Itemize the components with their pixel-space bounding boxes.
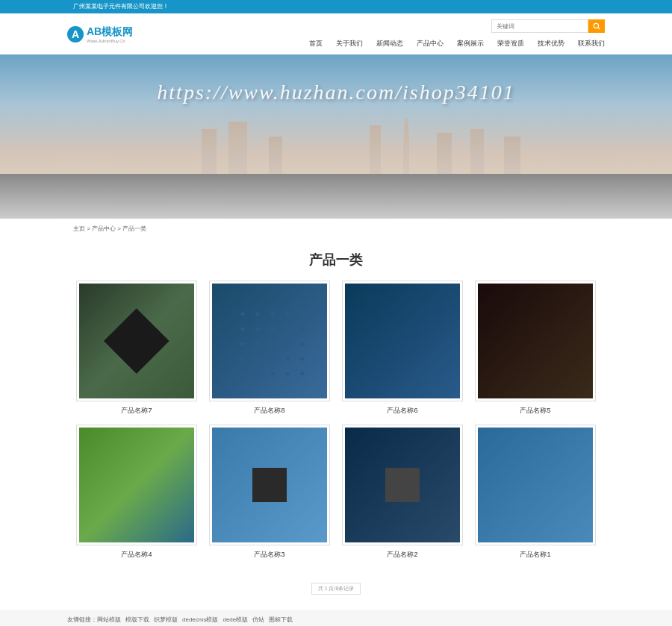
friend-link[interactable]: 织梦模版 xyxy=(154,616,178,623)
main-nav: 首页 关于我们 新闻动态 产品中心 案例展示 荣誉资质 技术优势 联系我们 xyxy=(309,39,605,48)
product-item[interactable]: 产品名称1 xyxy=(475,425,596,560)
product-name: 产品名称8 xyxy=(209,406,330,416)
logo-main-text: AB模板网 xyxy=(87,25,133,39)
friendlinks-label: 友情链接： xyxy=(67,616,97,623)
nav-products[interactable]: 产品中心 xyxy=(417,39,444,48)
friend-link[interactable]: 图标下载 xyxy=(269,616,293,623)
product-image xyxy=(342,425,463,545)
search-input[interactable] xyxy=(491,19,588,33)
product-name: 产品名称7 xyxy=(76,406,197,416)
product-image xyxy=(209,281,330,401)
page-title: 产品一类 xyxy=(67,239,605,281)
friend-link[interactable]: dedecms模版 xyxy=(182,616,218,623)
friend-link[interactable]: 网站模版 xyxy=(97,616,121,623)
svg-line-1 xyxy=(598,28,600,30)
topbar: 广州某某电子元件有限公司欢迎您！ xyxy=(0,0,672,13)
product-name: 产品名称5 xyxy=(475,406,596,416)
product-item[interactable]: 产品名称2 xyxy=(342,425,463,560)
product-item[interactable]: 产品名称7 xyxy=(76,281,197,416)
product-name: 产品名称3 xyxy=(209,550,330,560)
product-name: 产品名称2 xyxy=(342,550,463,560)
product-item[interactable]: 产品名称6 xyxy=(342,281,463,416)
product-item[interactable]: 产品名称3 xyxy=(209,425,330,560)
logo[interactable]: A AB模板网 Www.AdminBuy.Cn xyxy=(67,25,133,43)
nav-contact[interactable]: 联系我们 xyxy=(578,39,605,48)
nav-tech[interactable]: 技术优势 xyxy=(538,39,564,48)
product-grid: 产品名称7产品名称8产品名称6产品名称5产品名称4产品名称3产品名称2产品名称1 xyxy=(67,281,605,575)
product-image xyxy=(475,425,596,545)
logo-icon: A xyxy=(67,26,84,43)
product-image xyxy=(76,281,197,401)
search-icon xyxy=(593,22,600,30)
product-item[interactable]: 产品名称5 xyxy=(475,281,596,416)
product-name: 产品名称1 xyxy=(475,550,596,560)
friend-links: 友情链接：网站模版模版下载织梦模版dedecms模版dede模版仿站图标下载 xyxy=(0,610,672,626)
pagination-info: 共 1 页/8条记录 xyxy=(311,583,361,595)
nav-honor[interactable]: 荣誉资质 xyxy=(497,39,524,48)
pagination: 共 1 页/8条记录 xyxy=(67,575,605,610)
breadcrumb-home[interactable]: 主页 xyxy=(73,225,85,232)
search-form xyxy=(491,19,605,33)
product-image xyxy=(342,281,463,401)
product-item[interactable]: 产品名称4 xyxy=(76,425,197,560)
friend-link[interactable]: 模版下载 xyxy=(125,616,149,623)
product-name: 产品名称4 xyxy=(76,550,197,560)
logo-sub-text: Www.AdminBuy.Cn xyxy=(87,39,133,43)
banner-watermark: https://www.huzhan.com/ishop34101 xyxy=(0,81,672,104)
breadcrumb-l1[interactable]: 产品中心 xyxy=(92,225,116,232)
product-image xyxy=(76,425,197,545)
nav-about[interactable]: 关于我们 xyxy=(336,39,363,48)
svg-point-0 xyxy=(594,23,598,28)
product-image xyxy=(475,281,596,401)
product-item[interactable]: 产品名称8 xyxy=(209,281,330,416)
welcome-text: 广州某某电子元件有限公司欢迎您！ xyxy=(67,0,605,13)
header: A AB模板网 Www.AdminBuy.Cn 首页 关于我们 新闻动态 产品中… xyxy=(0,13,672,54)
nav-home[interactable]: 首页 xyxy=(309,39,323,48)
product-image xyxy=(209,425,330,545)
breadcrumb: 主页 > 产品中心 > 产品一类 xyxy=(67,219,605,239)
friend-link[interactable]: dede模版 xyxy=(223,616,248,623)
product-name: 产品名称6 xyxy=(342,406,463,416)
banner: https://www.huzhan.com/ishop34101 xyxy=(0,54,672,219)
friend-link[interactable]: 仿站 xyxy=(252,616,264,623)
breadcrumb-current: 产品一类 xyxy=(122,225,146,232)
search-button[interactable] xyxy=(588,19,605,33)
nav-cases[interactable]: 案例展示 xyxy=(457,39,484,48)
nav-news[interactable]: 新闻动态 xyxy=(376,39,403,48)
